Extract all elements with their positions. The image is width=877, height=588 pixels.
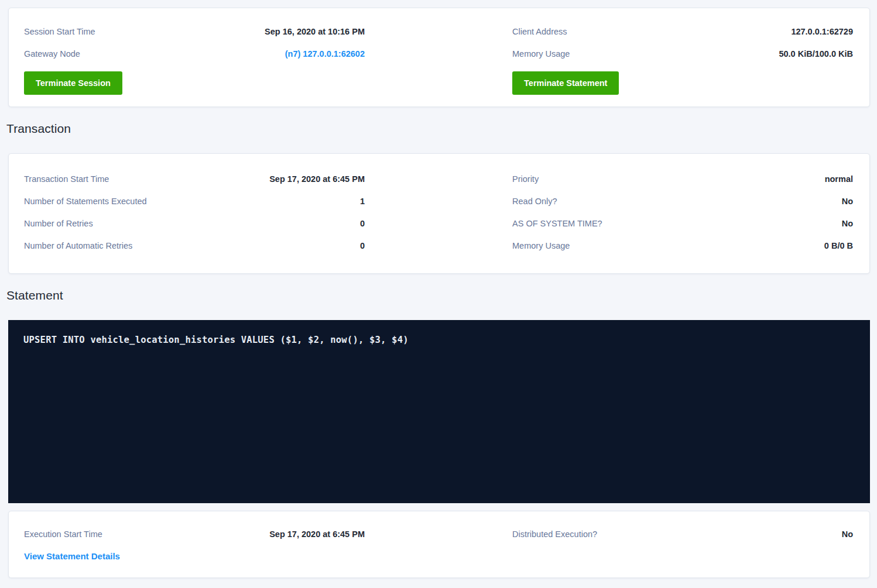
row-value: 0 [360,240,365,252]
row-label: Transaction Start Time [24,173,109,185]
execution-card-columns: Execution Start Time Sep 17, 2020 at 6:4… [24,523,853,562]
transaction-card-left-column: Transaction Start Time Sep 17, 2020 at 6… [24,168,365,257]
view-statement-details-link[interactable]: View Statement Details [24,551,120,562]
summary-row-client-address: Client Address 127.0.0.1:62729 [512,20,853,43]
row-label: Client Address [512,26,567,37]
row-value: 50.0 KiB/100.0 KiB [779,48,853,60]
row-value: Sep 16, 2020 at 10:16 PM [265,26,365,37]
session-summary-card: Session Start Time Sep 16, 2020 at 10:16… [8,8,870,107]
summary-row-statements-executed: Number of Statements Executed 1 [24,190,365,212]
row-label: Session Start Time [24,26,95,37]
row-label: Number of Automatic Retries [24,240,132,252]
row-label: AS OF SYSTEM TIME? [512,218,602,229]
execution-summary-card: Execution Start Time Sep 17, 2020 at 6:4… [8,511,870,578]
row-value: 1 [360,195,365,207]
row-label: Execution Start Time [24,528,102,540]
summary-row-retries: Number of Retries 0 [24,212,365,235]
row-value: normal [825,173,853,185]
gateway-node-link[interactable]: (n7) 127.0.0.1:62602 [285,48,365,60]
row-value: Sep 17, 2020 at 6:45 PM [269,173,365,185]
transaction-card-columns: Transaction Start Time Sep 17, 2020 at 6… [24,168,853,257]
session-card-right-column: Client Address 127.0.0.1:62729 Memory Us… [512,20,853,95]
statement-sql-text: UPSERT INTO vehicle_location_histories V… [23,335,409,345]
row-label: Number of Statements Executed [24,195,147,207]
row-value: 127.0.0.1:62729 [791,26,853,37]
statement-heading: Statement [6,288,870,302]
row-label: Memory Usage [512,48,570,60]
summary-row-read-only: Read Only? No [512,190,853,212]
row-label: Read Only? [512,195,557,207]
execution-card-right-column: Distributed Execution? No [512,523,853,562]
row-label: Distributed Execution? [512,528,597,540]
row-label: Memory Usage [512,240,570,252]
session-card-columns: Session Start Time Sep 16, 2020 at 10:16… [24,20,853,95]
transaction-heading: Transaction [6,122,870,135]
row-value: No [842,528,853,540]
execution-card-left-column: Execution Start Time Sep 17, 2020 at 6:4… [24,523,365,562]
transaction-summary-card: Transaction Start Time Sep 17, 2020 at 6… [8,153,870,274]
row-label: Gateway Node [24,48,80,60]
row-value: No [842,218,853,229]
summary-row-gateway-node: Gateway Node (n7) 127.0.0.1:62602 [24,43,365,65]
row-value: 0 B/0 B [824,240,853,252]
row-value: 0 [360,218,365,229]
summary-row-transaction-memory-usage: Memory Usage 0 B/0 B [512,235,853,257]
session-card-left-column: Session Start Time Sep 16, 2020 at 10:16… [24,20,365,95]
summary-row-as-of-system-time: AS OF SYSTEM TIME? No [512,212,853,235]
row-label: Priority [512,173,539,185]
terminate-session-button[interactable]: Terminate Session [24,71,122,95]
summary-row-session-memory-usage: Memory Usage 50.0 KiB/100.0 KiB [512,43,853,65]
session-details-page: Session Start Time Sep 16, 2020 at 10:16… [0,0,877,578]
summary-row-priority: Priority normal [512,168,853,190]
row-value: No [842,195,853,207]
summary-row-session-start-time: Session Start Time Sep 16, 2020 at 10:16… [24,20,365,43]
statement-sql-box: UPSERT INTO vehicle_location_histories V… [8,320,870,503]
row-value: Sep 17, 2020 at 6:45 PM [269,528,365,540]
summary-row-distributed-execution: Distributed Execution? No [512,523,853,545]
row-label: Number of Retries [24,218,93,229]
terminate-statement-button[interactable]: Terminate Statement [512,71,619,95]
summary-row-automatic-retries: Number of Automatic Retries 0 [24,235,365,257]
summary-row-execution-start-time: Execution Start Time Sep 17, 2020 at 6:4… [24,523,365,545]
summary-row-transaction-start-time: Transaction Start Time Sep 17, 2020 at 6… [24,168,365,190]
transaction-card-right-column: Priority normal Read Only? No AS OF SYST… [512,168,853,257]
